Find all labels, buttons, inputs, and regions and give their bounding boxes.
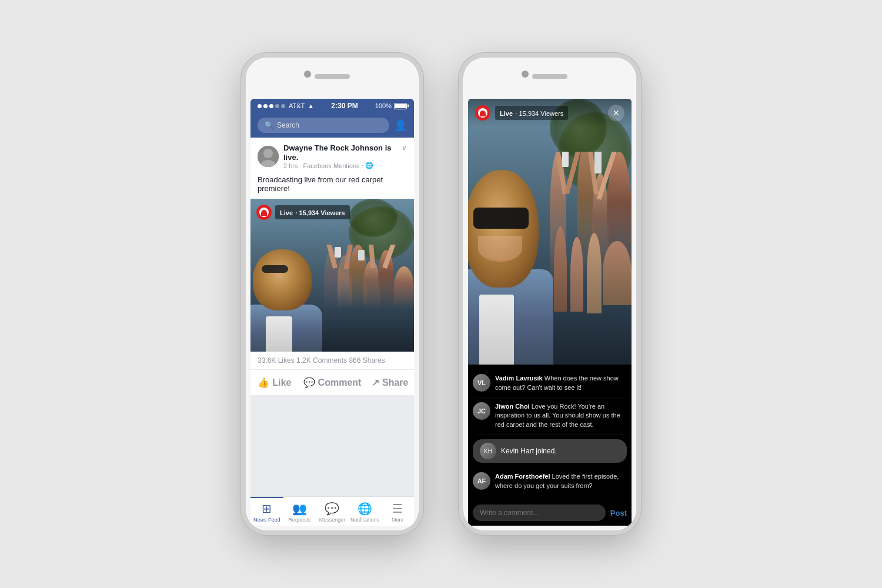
live-dot (256, 205, 272, 220)
facebook-header: 🔍 Search 👤 (250, 113, 414, 138)
held-phone-2 (594, 152, 601, 173)
smile-right (478, 236, 522, 262)
nav-more[interactable]: ☰ More (381, 497, 414, 526)
svg-point-1 (263, 149, 273, 158)
avatar-image (258, 146, 279, 167)
comment-author-2: Jiwon Choi (495, 403, 530, 410)
live-person-icon-right (480, 111, 486, 116)
share-label: Share (382, 377, 408, 388)
search-bar[interactable]: 🔍 Search (258, 118, 389, 133)
live-text: Live · 15,934 Viewers (275, 205, 350, 219)
status-time: 2:30 PM (331, 102, 358, 110)
live-dot-inner-right (478, 108, 487, 118)
comment-item-2: JC Jiwon Choi Love you Rock! You're an i… (473, 397, 627, 435)
close-button[interactable]: ✕ (608, 105, 624, 121)
nav-news-feed[interactable]: ⊞ News Feed (250, 497, 283, 526)
nav-messenger-label: Messenger (319, 517, 346, 523)
nav-notifications[interactable]: 🌐 Notifications (349, 497, 382, 526)
glasses-right (473, 208, 529, 229)
search-placeholder: Search (277, 121, 299, 129)
phone-held-2 (358, 250, 365, 260)
battery-icon (394, 103, 407, 109)
live-dot-inner (259, 208, 269, 217)
front-camera-left (304, 71, 311, 78)
speaker-right (532, 74, 567, 79)
share-button[interactable]: ↗ Share (366, 372, 414, 393)
shirt-right (479, 295, 513, 365)
subject-shirt (266, 316, 292, 352)
more-icon: ☰ (392, 502, 403, 516)
crowd-area-right (550, 152, 632, 365)
post-time: 2 hrs · Facebook Mentions · 🌐 (283, 162, 402, 169)
held-phone-1 (562, 152, 569, 166)
phone-held-1 (335, 247, 341, 258)
comment-item-1: VL Vadim Lavrusik When does the new show… (473, 369, 627, 397)
comment-input[interactable] (473, 505, 606, 521)
nav-messenger[interactable]: 💬 Messenger (316, 497, 349, 526)
live-top-bar: Live · 15,934 Viewers ✕ (468, 99, 632, 127)
comments-section: VL Vadim Lavrusik When does the new show… (468, 365, 632, 500)
requests-icon: 👥 (292, 502, 307, 516)
comment-icon: 💬 (303, 377, 315, 388)
comment-text-1: Vadim Lavrusik When does the new show co… (495, 374, 627, 392)
comment-input-area: Post (468, 500, 632, 526)
comment-author-4: Adam Forsthoefel (495, 473, 550, 480)
feed-content: Dwayne The Rock Johnson is live. 2 hrs ·… (250, 138, 414, 496)
comment-button[interactable]: 💬 Comment (299, 372, 366, 393)
comment-text-4: Adam Forsthoefel Loved the first episode… (495, 472, 627, 490)
signal-dot-1 (258, 104, 262, 108)
post-button[interactable]: Post (610, 509, 627, 517)
subject-head (253, 249, 311, 310)
speaker-left (315, 74, 350, 79)
comment-item-4: AF Adam Forsthoefel Loved the first epis… (473, 467, 627, 495)
cr-f9 (603, 241, 632, 305)
nav-news-feed-label: News Feed (253, 517, 280, 523)
like-label: Like (272, 377, 291, 388)
live-dot-right (475, 105, 490, 121)
left-phone: AT&T ▲ 2:30 PM 100% 🔍 Search 👤 (241, 53, 423, 535)
post-text: Broadcasting live from our red carpet pr… (250, 175, 414, 199)
screen-left: AT&T ▲ 2:30 PM 100% 🔍 Search 👤 (250, 99, 414, 526)
joined-notification-wrapper: KH Kevin Hart joined. (473, 435, 627, 467)
live-video-container[interactable]: Live · 15,934 Viewers (250, 199, 414, 352)
subject-glasses (262, 265, 288, 272)
live-fullscreen-bg: Live · 15,934 Viewers ✕ (468, 99, 632, 365)
status-bar-left: AT&T ▲ 2:30 PM 100% (250, 99, 414, 113)
live-label: Live (280, 209, 293, 216)
comment-label: Comment (318, 377, 362, 388)
right-phone: Live · 15,934 Viewers ✕ VL Vadi (459, 53, 641, 535)
battery-text: 100% (375, 102, 392, 109)
status-left: AT&T ▲ (258, 102, 314, 109)
chevron-down-icon[interactable]: ∨ (402, 143, 407, 152)
signal-dot-3 (269, 104, 273, 108)
bottom-nav: ⊞ News Feed 👥 Requests 💬 Messenger 🌐 Not… (250, 496, 414, 526)
cr-f7 (570, 237, 583, 312)
share-icon: ↗ (372, 377, 379, 388)
post-header-left: Dwayne The Rock Johnson is live. 2 hrs ·… (258, 143, 402, 169)
signal-dot-4 (275, 104, 279, 108)
wifi-icon: ▲ (308, 102, 314, 109)
like-button[interactable]: 👍 Like (250, 372, 299, 393)
friends-icon[interactable]: 👤 (394, 119, 407, 132)
post-author: Dwayne The Rock Johnson is live. (283, 143, 402, 162)
live-top-left: Live · 15,934 Viewers (475, 105, 568, 121)
comment-avatar-2: JC (473, 402, 490, 420)
comment-author-1: Vadim Lavrusik (495, 375, 543, 382)
joined-avatar: KH (480, 443, 496, 459)
post-meta: Dwayne The Rock Johnson is live. 2 hrs ·… (283, 143, 402, 169)
crowd-area (324, 245, 414, 352)
video-fill (250, 199, 414, 352)
comment-avatar-4: AF (473, 472, 490, 490)
cr-f8 (587, 233, 602, 313)
joined-notification: KH Kevin Hart joined. (473, 439, 627, 463)
crowd-f6 (394, 266, 414, 309)
nav-requests[interactable]: 👥 Requests (283, 497, 316, 526)
live-fullscreen[interactable]: Live · 15,934 Viewers ✕ (468, 99, 632, 365)
post-avatar[interactable] (258, 146, 279, 167)
foliage-2 (349, 199, 397, 237)
search-icon: 🔍 (265, 121, 273, 129)
battery-fill (395, 104, 406, 108)
post-card: Dwayne The Rock Johnson is live. 2 hrs ·… (250, 138, 414, 395)
messenger-icon: 💬 (325, 502, 339, 516)
post-stats: 33.6K Likes 1.2K Comments 866 Shares (250, 352, 414, 370)
